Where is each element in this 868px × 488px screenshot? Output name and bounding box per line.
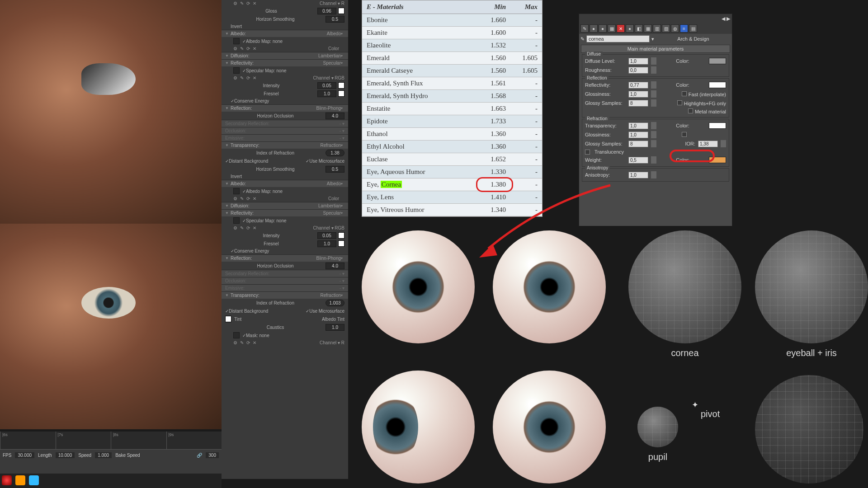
- reflection-section[interactable]: ▼Reflection:Blinn-Phong ▾: [222, 104, 348, 112]
- intensity-input[interactable]: 0.05: [317, 82, 336, 89]
- spinner-buttons[interactable]: [651, 81, 656, 89]
- taskbar-skype-icon[interactable]: [29, 475, 39, 485]
- gear-icon[interactable]: ⚙: [233, 1, 237, 6]
- gloss-input[interactable]: 0.96: [317, 8, 336, 14]
- gloss-swatch[interactable]: [338, 8, 344, 14]
- fps-value[interactable]: 30.000: [15, 452, 34, 458]
- refr-color-swatch[interactable]: [709, 122, 726, 129]
- conserve-toggle-2[interactable]: ✓Conserve Energy: [222, 248, 348, 254]
- distant-bg-2[interactable]: ✓Distant Background: [225, 309, 306, 314]
- gear-icon[interactable]: ⚙: [233, 46, 237, 51]
- library-icon[interactable]: ▤: [689, 24, 697, 33]
- conserve-energy-toggle[interactable]: ✓Conserve Energy: [222, 98, 348, 104]
- fresnel-input[interactable]: 1.0: [317, 90, 336, 97]
- albedo-section-2[interactable]: ▼Albedo:Albedo ▾: [222, 180, 348, 187]
- rollup-header[interactable]: Main material parameters: [581, 45, 730, 53]
- material-type-button[interactable]: Arch & Design: [656, 36, 731, 42]
- sphere-icon[interactable]: ●: [590, 24, 598, 33]
- reflection-section-2[interactable]: ▼Reflection:Blinn-Phong ▾: [222, 254, 348, 262]
- albedo-tint-toggle[interactable]: Albedo Tint: [322, 317, 344, 322]
- hsmooth-input[interactable]: 0.5: [326, 16, 344, 23]
- grid-icon[interactable]: ▥: [653, 24, 661, 33]
- diffuse-color-swatch[interactable]: [709, 58, 726, 64]
- anisotropy-spinner[interactable]: 1,0: [628, 172, 648, 178]
- transparency-section-2[interactable]: ▼Transparency:Refraction ▾: [222, 291, 348, 299]
- albedo-map-row[interactable]: ✓Albedo Map: none: [222, 37, 348, 45]
- reflectivity-section[interactable]: ▼Reflectivity:Specular ▾: [222, 59, 348, 66]
- spinner-buttons[interactable]: [651, 131, 656, 138]
- ior-input-2[interactable]: 1.003: [326, 300, 344, 306]
- intensity-input-2[interactable]: 0.05: [317, 232, 336, 239]
- albedo-section[interactable]: ▼Albedo:Albedo ▾: [222, 30, 348, 37]
- hsmooth-input-2[interactable]: 0.5: [326, 166, 344, 173]
- hifi-checkbox[interactable]: [677, 100, 682, 105]
- link-icon[interactable]: 🔗: [197, 453, 202, 458]
- diffuse-level-spinner[interactable]: 1,0: [628, 58, 648, 65]
- spinner-buttons[interactable]: [651, 171, 656, 178]
- sphere-icon[interactable]: ●: [626, 24, 634, 33]
- close-icon[interactable]: ✕: [253, 1, 256, 6]
- cube-icon[interactable]: ◧: [635, 24, 643, 33]
- occlusion-section[interactable]: Occlusion:- ▾: [222, 127, 348, 134]
- specular-map-row[interactable]: ✓Specular Map: none: [222, 66, 348, 75]
- spinner-buttons[interactable]: [651, 122, 656, 129]
- refr-gloss-spinner[interactable]: 1,0: [628, 131, 648, 138]
- cube-icon[interactable]: ▦: [608, 24, 616, 33]
- diffusion-section[interactable]: ▼Diffusion:Lambertian ▾: [222, 52, 348, 59]
- emissive-section[interactable]: Emissive:- ▾: [222, 134, 348, 141]
- spinner-buttons[interactable]: [651, 90, 656, 98]
- horiz-occ-input-2[interactable]: 4.0: [326, 263, 344, 269]
- speed-value[interactable]: 1.000: [95, 452, 112, 458]
- caustics-input[interactable]: 1.0: [326, 324, 344, 331]
- length-value[interactable]: 10.000: [56, 452, 75, 458]
- weight-spinner[interactable]: 0,5: [628, 157, 648, 164]
- channel-dropdown[interactable]: Channel: [313, 75, 330, 80]
- sphere-icon[interactable]: ●: [599, 24, 607, 33]
- eye-icon[interactable]: ⟳: [246, 1, 250, 6]
- spinner-buttons[interactable]: [651, 66, 656, 74]
- spinner-buttons[interactable]: [651, 99, 656, 107]
- reflectivity-section-2[interactable]: ▼Reflectivity:Specular ▾: [222, 209, 348, 216]
- reflectivity-spinner[interactable]: 0,77: [628, 82, 648, 89]
- taskbar-app-icon[interactable]: [15, 475, 25, 485]
- fresnel-input-2[interactable]: 1.0: [317, 240, 336, 247]
- fast-checkbox-2[interactable]: [682, 132, 687, 137]
- fresnel-swatch[interactable]: [338, 90, 344, 97]
- ior-spinner[interactable]: 1,38: [698, 141, 718, 147]
- intensity-swatch[interactable]: [338, 82, 344, 89]
- max-titlebar[interactable]: ◀ ▶: [579, 14, 732, 23]
- gloss-spinner[interactable]: 1,0: [628, 91, 648, 98]
- transparency-section[interactable]: ▼Transparency:Refraction ▾: [222, 141, 348, 149]
- specular-map-row-2[interactable]: ✓Specular Map: none: [222, 216, 348, 225]
- material-name-dropdown[interactable]: cornea: [586, 35, 650, 42]
- taskbar-app-icon[interactable]: [2, 475, 12, 485]
- ior-input-1[interactable]: 1.38: [326, 150, 344, 156]
- spinner-buttons[interactable]: [651, 57, 656, 65]
- magic-icon[interactable]: ✎: [240, 1, 244, 6]
- spinner-buttons[interactable]: [651, 156, 656, 164]
- magic-icon[interactable]: ✎: [580, 36, 585, 42]
- bake-speed-label[interactable]: Bake Speed: [115, 453, 140, 458]
- invert-toggle-2[interactable]: Invert: [222, 173, 348, 180]
- checker-icon[interactable]: ▨: [662, 24, 670, 33]
- emissive-2[interactable]: Emissive:- ▾: [222, 284, 348, 291]
- delete-icon[interactable]: ✕: [617, 24, 625, 33]
- distant-bg-toggle[interactable]: ✓Distant Background: [225, 159, 306, 164]
- sec-reflection-section[interactable]: Secondary Reflection:- ▾: [222, 120, 348, 127]
- horiz-occ-input[interactable]: 4.0: [326, 113, 344, 119]
- translucency-checkbox[interactable]: [585, 150, 590, 155]
- roughness-spinner[interactable]: 0,0: [628, 67, 648, 74]
- timeline-ruler[interactable]: |6s |7s |8s |9s: [0, 432, 222, 450]
- diffusion-section-2[interactable]: ▼Diffusion:Lambertian ▾: [222, 202, 348, 209]
- use-ms-2[interactable]: ✓Use Microsurface: [306, 309, 344, 314]
- fast-checkbox[interactable]: [682, 91, 687, 96]
- eyedropper-icon[interactable]: ✎: [580, 24, 589, 33]
- angle-value[interactable]: 300: [206, 452, 219, 458]
- invert-toggle[interactable]: Invert: [222, 23, 348, 30]
- list-icon[interactable]: ≡: [680, 24, 688, 33]
- transparency-spinner[interactable]: 1,0: [628, 122, 648, 129]
- albedo-map-row-2[interactable]: ✓Albedo Map: none: [222, 187, 348, 195]
- glossy-samples-spinner[interactable]: 8: [628, 100, 648, 107]
- refl-color-swatch[interactable]: [709, 82, 726, 88]
- use-ms-toggle[interactable]: ✓Use Microsurface: [306, 159, 344, 164]
